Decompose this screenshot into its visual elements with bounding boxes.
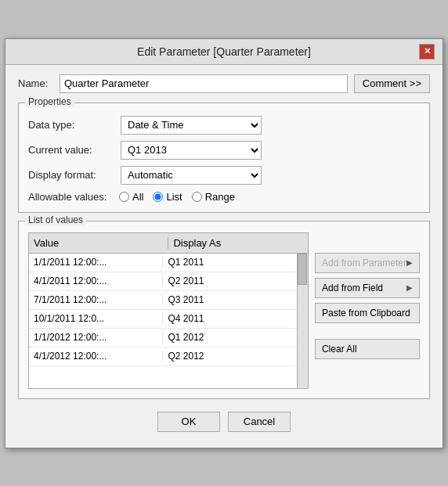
cell-value: 1/1/2012 12:00:... bbox=[29, 332, 163, 343]
display-format-label: Display format: bbox=[28, 169, 114, 181]
current-value-row: Current value: Q1 2013 bbox=[28, 141, 420, 160]
name-label: Name: bbox=[18, 77, 53, 89]
cell-display: Q1 2011 bbox=[163, 257, 296, 268]
scrollbar-thumb[interactable] bbox=[298, 254, 307, 285]
table-row[interactable]: 10/1/2011 12:0... Q4 2011 bbox=[29, 310, 297, 329]
table-header: Value Display As bbox=[29, 233, 308, 254]
data-type-label: Data type: bbox=[28, 119, 114, 131]
properties-group: Properties Data type: Date & Time Curren… bbox=[18, 103, 430, 213]
name-input[interactable] bbox=[60, 74, 348, 93]
table-row[interactable]: 7/1/2011 12:00:... Q3 2011 bbox=[29, 291, 297, 310]
cell-display: Q1 2012 bbox=[163, 332, 296, 343]
cell-value: 4/1/2012 12:00:... bbox=[29, 351, 163, 362]
radio-list-label: List bbox=[166, 191, 182, 203]
cell-display: Q4 2011 bbox=[163, 313, 296, 324]
table-row[interactable]: 1/1/2012 12:00:... Q1 2012 bbox=[29, 329, 297, 347]
table-row[interactable]: 4/1/2011 12:00:... Q2 2011 bbox=[29, 272, 297, 291]
table-row[interactable]: 4/1/2012 12:00:... Q2 2012 bbox=[29, 347, 297, 366]
scrollbar[interactable] bbox=[297, 254, 308, 389]
paste-from-clipboard-button[interactable]: Paste from Clipboard bbox=[315, 303, 420, 323]
cell-value: 7/1/2011 12:00:... bbox=[29, 294, 163, 305]
display-format-select[interactable]: Automatic bbox=[121, 166, 262, 185]
name-row: Name: Comment >> bbox=[18, 74, 430, 93]
radio-all[interactable]: All bbox=[119, 191, 143, 203]
radio-all-label: All bbox=[132, 191, 143, 203]
cell-value: 1/1/2011 12:00:... bbox=[29, 257, 163, 268]
add-from-parameter-button[interactable]: Add from Parameter ▶ bbox=[315, 253, 420, 273]
close-button[interactable]: ✕ bbox=[419, 44, 435, 59]
action-buttons: Add from Parameter ▶ Add from Field ▶ Pa… bbox=[315, 232, 420, 389]
table-rows[interactable]: 1/1/2011 12:00:... Q1 2011 4/1/2011 12:0… bbox=[29, 254, 297, 389]
table-row[interactable]: 1/1/2011 12:00:... Q1 2011 bbox=[29, 254, 297, 272]
col-value-header: Value bbox=[29, 237, 168, 249]
values-table: Value Display As 1/1/2011 12:00:... Q1 2… bbox=[28, 232, 309, 389]
cell-value: 10/1/2011 12:0... bbox=[29, 313, 163, 324]
radio-range-label: Range bbox=[205, 191, 235, 203]
allowable-values-row: Allowable values: All List Range bbox=[28, 191, 420, 203]
add-from-field-button[interactable]: Add from Field ▶ bbox=[315, 278, 420, 298]
table-scroll-area: 1/1/2011 12:00:... Q1 2011 4/1/2011 12:0… bbox=[29, 254, 308, 389]
current-value-label: Current value: bbox=[28, 144, 114, 156]
col-display-header: Display As bbox=[168, 237, 307, 249]
list-values-label: List of values bbox=[25, 214, 86, 225]
cell-display: Q3 2011 bbox=[163, 294, 296, 305]
properties-label: Properties bbox=[25, 96, 74, 107]
arrow-icon: ▶ bbox=[406, 258, 413, 267]
allowable-label: Allowable values: bbox=[28, 191, 114, 203]
cancel-button[interactable]: Cancel bbox=[228, 412, 291, 432]
radio-list[interactable]: List bbox=[153, 191, 182, 203]
edit-parameter-dialog: Edit Parameter [Quarter Parameter] ✕ Nam… bbox=[5, 38, 443, 448]
arrow-icon: ▶ bbox=[406, 283, 413, 292]
title-bar: Edit Parameter [Quarter Parameter] ✕ bbox=[5, 39, 443, 65]
current-value-select[interactable]: Q1 2013 bbox=[121, 141, 262, 160]
list-values-group: List of values Value Display As 1/1/2011… bbox=[18, 221, 430, 399]
ok-button[interactable]: OK bbox=[157, 412, 220, 432]
dialog-body: Name: Comment >> Properties Data type: D… bbox=[5, 65, 443, 448]
cell-value: 4/1/2011 12:00:... bbox=[29, 275, 163, 286]
footer-buttons: OK Cancel bbox=[18, 407, 430, 438]
radio-group: All List Range bbox=[119, 191, 235, 203]
list-content: Value Display As 1/1/2011 12:00:... Q1 2… bbox=[28, 232, 420, 389]
comment-button[interactable]: Comment >> bbox=[354, 74, 430, 93]
cell-display: Q2 2012 bbox=[163, 351, 296, 362]
radio-range[interactable]: Range bbox=[192, 191, 235, 203]
display-format-row: Display format: Automatic bbox=[28, 166, 420, 185]
data-type-select[interactable]: Date & Time bbox=[121, 116, 262, 135]
clear-all-button[interactable]: Clear All bbox=[315, 339, 420, 359]
cell-display: Q2 2011 bbox=[163, 275, 296, 286]
dialog-title: Edit Parameter [Quarter Parameter] bbox=[29, 45, 419, 58]
data-type-row: Data type: Date & Time bbox=[28, 116, 420, 135]
